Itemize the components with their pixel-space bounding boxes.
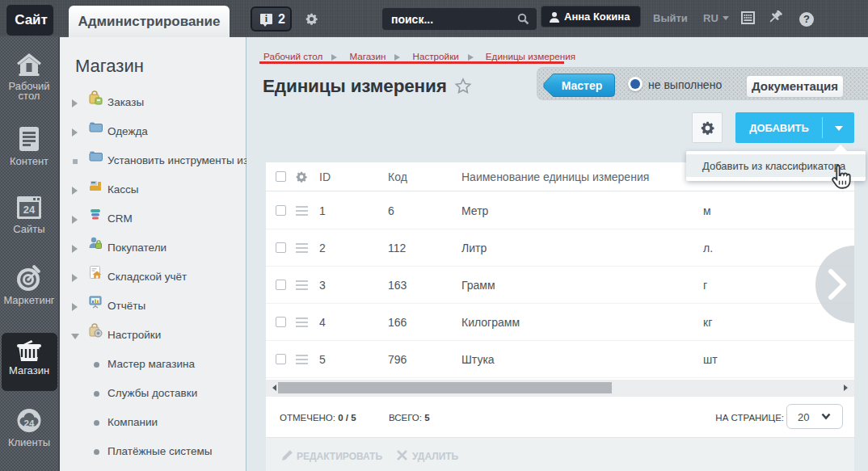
svg-text:24: 24: [24, 418, 35, 428]
svg-text:Мастер: Мастер: [562, 79, 603, 92]
svg-text:24: 24: [23, 204, 36, 216]
